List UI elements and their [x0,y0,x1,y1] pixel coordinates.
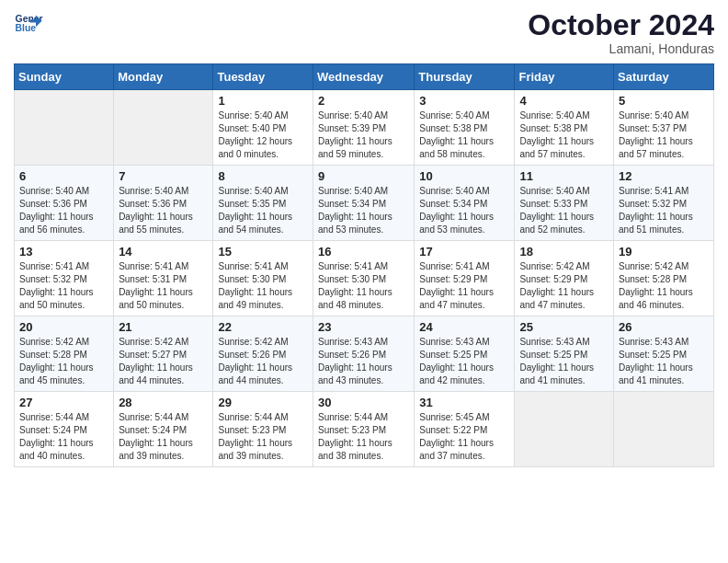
day-info: Sunrise: 5:41 AMSunset: 5:32 PMDaylight:… [619,185,709,236]
day-number: 12 [619,169,709,183]
day-info: Sunrise: 5:40 AMSunset: 5:37 PMDaylight:… [619,109,709,161]
day-info: Sunrise: 5:42 AMSunset: 5:27 PMDaylight:… [119,336,208,387]
calendar-cell: 14Sunrise: 5:41 AMSunset: 5:31 PMDayligh… [114,241,213,316]
day-info: Sunrise: 5:43 AMSunset: 5:25 PMDaylight:… [419,336,509,387]
calendar-cell: 18Sunrise: 5:42 AMSunset: 5:29 PMDayligh… [515,241,614,316]
day-info: Sunrise: 5:40 AMSunset: 5:35 PMDaylight:… [218,185,308,236]
day-info: Sunrise: 5:40 AMSunset: 5:36 PMDaylight:… [119,185,208,236]
month-title: October 2024 [528,9,714,41]
day-info: Sunrise: 5:40 AMSunset: 5:38 PMDaylight:… [419,109,509,161]
calendar-cell: 3Sunrise: 5:40 AMSunset: 5:38 PMDaylight… [415,90,515,166]
calendar-cell: 1Sunrise: 5:40 AMSunset: 5:40 PMDaylight… [213,90,313,166]
calendar-cell: 22Sunrise: 5:42 AMSunset: 5:26 PMDayligh… [213,316,313,392]
calendar-cell: 31Sunrise: 5:45 AMSunset: 5:22 PMDayligh… [415,392,515,467]
calendar-container: General Blue October 2024 Lamani, Hondur… [0,0,728,477]
day-number: 20 [19,320,108,334]
col-monday: Monday [114,64,213,90]
calendar-cell: 16Sunrise: 5:41 AMSunset: 5:30 PMDayligh… [313,241,415,316]
title-section: October 2024 Lamani, Honduras [528,9,714,56]
calendar-cell: 29Sunrise: 5:44 AMSunset: 5:23 PMDayligh… [213,392,313,467]
day-number: 23 [318,320,409,334]
logo: General Blue [14,9,43,39]
day-info: Sunrise: 5:43 AMSunset: 5:25 PMDaylight:… [619,336,709,387]
day-number: 28 [119,396,208,409]
day-info: Sunrise: 5:45 AMSunset: 5:22 PMDaylight:… [419,411,509,463]
day-number: 7 [119,169,208,183]
day-info: Sunrise: 5:41 AMSunset: 5:30 PMDaylight:… [318,260,409,312]
calendar-cell [614,392,714,467]
calendar-cell [515,392,614,467]
day-number: 29 [218,396,308,409]
calendar-cell: 20Sunrise: 5:42 AMSunset: 5:28 PMDayligh… [15,316,114,392]
calendar-week-row: 1Sunrise: 5:40 AMSunset: 5:40 PMDaylight… [15,90,714,166]
day-info: Sunrise: 5:43 AMSunset: 5:26 PMDaylight:… [318,336,409,387]
day-number: 10 [419,169,509,183]
day-number: 1 [218,94,308,108]
header: General Blue October 2024 Lamani, Hondur… [14,9,714,56]
col-thursday: Thursday [415,64,515,90]
calendar-cell: 21Sunrise: 5:42 AMSunset: 5:27 PMDayligh… [114,316,213,392]
col-tuesday: Tuesday [213,64,313,90]
day-info: Sunrise: 5:41 AMSunset: 5:32 PMDaylight:… [19,260,108,312]
day-number: 13 [19,245,108,259]
calendar-cell [114,90,213,166]
col-sunday: Sunday [15,64,114,90]
calendar-cell: 25Sunrise: 5:43 AMSunset: 5:25 PMDayligh… [515,316,614,392]
day-number: 9 [318,169,409,183]
calendar-cell: 2Sunrise: 5:40 AMSunset: 5:39 PMDaylight… [313,90,415,166]
calendar-cell: 15Sunrise: 5:41 AMSunset: 5:30 PMDayligh… [213,241,313,316]
day-info: Sunrise: 5:40 AMSunset: 5:38 PMDaylight:… [519,109,609,161]
calendar-cell: 5Sunrise: 5:40 AMSunset: 5:37 PMDaylight… [614,90,714,166]
day-number: 17 [419,245,509,259]
day-info: Sunrise: 5:42 AMSunset: 5:26 PMDaylight:… [218,336,308,387]
day-number: 3 [419,94,509,108]
calendar-table: Sunday Monday Tuesday Wednesday Thursday… [14,63,714,467]
calendar-cell: 30Sunrise: 5:44 AMSunset: 5:23 PMDayligh… [313,392,415,467]
calendar-week-row: 6Sunrise: 5:40 AMSunset: 5:36 PMDaylight… [15,166,714,241]
day-number: 19 [619,245,709,259]
svg-text:Blue: Blue [16,23,37,33]
day-number: 14 [119,245,208,259]
logo-icon: General Blue [14,9,43,39]
day-number: 6 [19,169,108,183]
day-info: Sunrise: 5:42 AMSunset: 5:29 PMDaylight:… [519,260,609,312]
calendar-cell: 9Sunrise: 5:40 AMSunset: 5:34 PMDaylight… [313,166,415,241]
day-info: Sunrise: 5:42 AMSunset: 5:28 PMDaylight:… [19,336,108,387]
calendar-cell: 7Sunrise: 5:40 AMSunset: 5:36 PMDaylight… [114,166,213,241]
day-number: 27 [19,396,108,409]
calendar-cell: 26Sunrise: 5:43 AMSunset: 5:25 PMDayligh… [614,316,714,392]
day-number: 2 [318,94,409,108]
day-info: Sunrise: 5:43 AMSunset: 5:25 PMDaylight:… [519,336,609,387]
col-wednesday: Wednesday [313,64,415,90]
day-number: 8 [218,169,308,183]
day-info: Sunrise: 5:40 AMSunset: 5:34 PMDaylight:… [419,185,509,236]
day-number: 26 [619,320,709,334]
calendar-cell: 8Sunrise: 5:40 AMSunset: 5:35 PMDaylight… [213,166,313,241]
calendar-cell: 11Sunrise: 5:40 AMSunset: 5:33 PMDayligh… [515,166,614,241]
day-info: Sunrise: 5:40 AMSunset: 5:34 PMDaylight:… [318,185,409,236]
day-number: 24 [419,320,509,334]
calendar-cell: 23Sunrise: 5:43 AMSunset: 5:26 PMDayligh… [313,316,415,392]
day-info: Sunrise: 5:42 AMSunset: 5:28 PMDaylight:… [619,260,709,312]
day-number: 4 [519,94,609,108]
calendar-cell [15,90,114,166]
calendar-week-row: 20Sunrise: 5:42 AMSunset: 5:28 PMDayligh… [15,316,714,392]
calendar-cell: 19Sunrise: 5:42 AMSunset: 5:28 PMDayligh… [614,241,714,316]
calendar-cell: 24Sunrise: 5:43 AMSunset: 5:25 PMDayligh… [415,316,515,392]
calendar-cell: 4Sunrise: 5:40 AMSunset: 5:38 PMDaylight… [515,90,614,166]
calendar-cell: 12Sunrise: 5:41 AMSunset: 5:32 PMDayligh… [614,166,714,241]
calendar-cell: 6Sunrise: 5:40 AMSunset: 5:36 PMDaylight… [15,166,114,241]
day-number: 30 [318,396,409,409]
calendar-cell: 13Sunrise: 5:41 AMSunset: 5:32 PMDayligh… [15,241,114,316]
day-number: 16 [318,245,409,259]
day-info: Sunrise: 5:41 AMSunset: 5:29 PMDaylight:… [419,260,509,312]
day-number: 22 [218,320,308,334]
day-number: 5 [619,94,709,108]
calendar-week-row: 13Sunrise: 5:41 AMSunset: 5:32 PMDayligh… [15,241,714,316]
calendar-header-row: Sunday Monday Tuesday Wednesday Thursday… [15,64,714,90]
calendar-cell: 17Sunrise: 5:41 AMSunset: 5:29 PMDayligh… [415,241,515,316]
location: Lamani, Honduras [528,41,714,56]
calendar-cell: 28Sunrise: 5:44 AMSunset: 5:24 PMDayligh… [114,392,213,467]
day-info: Sunrise: 5:40 AMSunset: 5:36 PMDaylight:… [19,185,108,236]
day-info: Sunrise: 5:40 AMSunset: 5:40 PMDaylight:… [218,109,308,161]
